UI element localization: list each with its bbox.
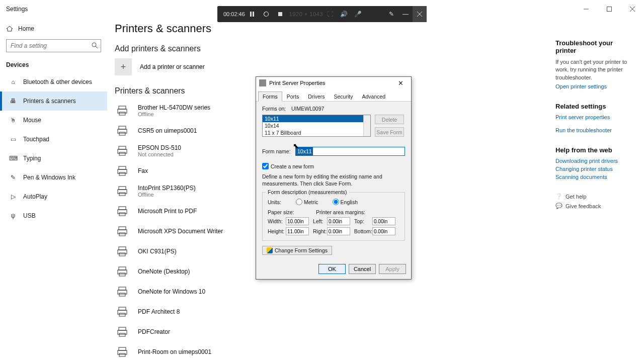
bluetooth-icon: ⌂ [9, 78, 17, 85]
get-help-link[interactable]: ❔ Get help [555, 193, 634, 200]
draw-icon[interactable]: ✎ [384, 6, 398, 22]
add-printer-label: Add a printer or scanner [140, 63, 205, 70]
add-section-header: Add printers & scanners [115, 44, 427, 53]
margins-label: Printer area margins: [316, 209, 365, 215]
svg-rect-23 [119, 172, 125, 175]
tab-security[interactable]: Security [330, 92, 358, 102]
printer-name: Print-Room on uimeps0001 [138, 348, 211, 355]
give-feedback-link[interactable]: 💬 Give feedback [555, 203, 634, 209]
height-input[interactable] [286, 227, 309, 235]
svg-rect-50 [119, 353, 125, 356]
printer-name: CSR5 on uimeps0001 [138, 127, 197, 134]
svg-rect-45 [119, 327, 126, 330]
printer-icon: 🖶 [9, 98, 17, 105]
audio-icon[interactable]: 🔊 [337, 6, 351, 22]
tab-ports[interactable]: Ports [282, 92, 304, 102]
form-name-input[interactable] [295, 147, 405, 156]
svg-rect-38 [119, 273, 125, 276]
printer-icon [115, 184, 130, 199]
mic-icon[interactable]: 🎤 [351, 6, 365, 22]
home-label: Home [18, 25, 34, 32]
shield-icon [267, 247, 273, 253]
apply-button[interactable]: Apply [379, 264, 406, 274]
right-input[interactable] [327, 227, 350, 235]
printer-name: Microsoft XPS Document Writer [138, 228, 223, 235]
home-nav[interactable]: Home [0, 22, 107, 35]
sidebar-item-bluetooth[interactable]: ⌂ Bluetooth & other devices [0, 72, 107, 92]
printer-name: Fax [138, 167, 148, 174]
printer-icon [115, 143, 130, 158]
delete-form-button[interactable]: Delete [375, 115, 404, 124]
forms-on-label: Forms on: [262, 106, 291, 112]
open-printer-settings-link[interactable]: Open printer settings [555, 83, 634, 89]
sidebar-item-printers[interactable]: 🖶 Printers & scanners [0, 92, 107, 111]
svg-rect-41 [119, 293, 125, 296]
sidebar-item-typing[interactable]: ⌨ Typing [0, 149, 107, 168]
form-list-item[interactable]: 11 x 7 Billboard [263, 129, 370, 136]
troubleshoot-header: Troubleshoot your printer [555, 39, 634, 54]
printer-item[interactable]: PDF Architect 8 [115, 302, 427, 322]
web-link-1[interactable]: Downloading print drivers [555, 158, 634, 164]
printer-item[interactable]: PDFCreator [115, 322, 427, 342]
listbox-scrollbar[interactable] [363, 115, 370, 136]
sidebar-item-usb[interactable]: ψ USB [0, 206, 107, 225]
change-form-settings-button[interactable]: Change Form Settings [262, 246, 332, 255]
ok-button[interactable]: OK [318, 264, 346, 274]
svg-rect-35 [119, 253, 125, 256]
width-input[interactable] [286, 217, 309, 225]
printer-name: OneNote (Desktop) [138, 268, 190, 275]
left-input[interactable] [327, 217, 350, 225]
create-new-form-checkbox[interactable] [262, 163, 269, 169]
tab-drivers[interactable]: Drivers [303, 92, 329, 102]
pause-button[interactable] [245, 6, 259, 22]
recorder-close[interactable] [413, 6, 427, 22]
restart-button[interactable] [259, 6, 273, 22]
svg-rect-42 [119, 307, 126, 310]
form-list-item[interactable]: 10x11 [263, 115, 370, 122]
svg-rect-5 [253, 12, 254, 17]
bottom-input[interactable] [372, 227, 395, 235]
sidebar-item-label: AutoPlay [23, 193, 47, 200]
printer-icon [115, 163, 130, 178]
recorder-minimize[interactable]: — [398, 6, 413, 22]
home-icon [6, 25, 13, 32]
units-metric-radio[interactable]: Metric [296, 199, 318, 205]
printer-item[interactable]: Print-Room on uimeps0001 [115, 342, 427, 362]
save-form-button[interactable]: Save Form [375, 127, 404, 137]
form-list-item[interactable]: 10x14 [263, 122, 370, 129]
top-input[interactable] [372, 217, 395, 225]
forms-listbox[interactable]: 10x11 10x14 11 x 7 Billboard 11x17 [262, 115, 371, 137]
add-printer-button[interactable]: + [115, 58, 132, 75]
get-help-label: Get help [566, 194, 587, 200]
printer-name: IntoPrint SP1360(PS) [138, 185, 196, 192]
run-troubleshooter-link[interactable]: Run the troubleshooter [555, 127, 634, 133]
web-link-2[interactable]: Changing printer status [555, 166, 634, 172]
printer-name: PDFCreator [138, 328, 170, 335]
printer-item[interactable]: OneNote for Windows 10 [115, 282, 427, 302]
sidebar-item-mouse[interactable]: 🖱 Mouse [0, 111, 107, 130]
search-input[interactable] [6, 39, 101, 52]
sidebar-item-touchpad[interactable]: ▭ Touchpad [0, 130, 107, 149]
sidebar-item-autoplay[interactable]: ▷ AutoPlay [0, 187, 107, 206]
printer-icon [115, 244, 130, 259]
related-header: Related settings [555, 103, 634, 110]
window-title: Settings [0, 0, 28, 18]
stop-button[interactable] [273, 6, 287, 22]
units-english-radio[interactable]: English [333, 199, 358, 205]
crop-icon[interactable]: ⛶ [323, 6, 337, 22]
tab-advanced[interactable]: Advanced [357, 92, 390, 102]
form-list-item[interactable]: 11x17 [263, 136, 370, 137]
web-link-3[interactable]: Scanning documents [555, 174, 634, 180]
maximize-button[interactable] [598, 0, 621, 18]
window-close-button[interactable] [621, 0, 644, 18]
dialog-close-button[interactable]: ✕ [393, 78, 408, 88]
tab-forms[interactable]: Forms [258, 92, 282, 102]
sidebar-item-pen[interactable]: ✎ Pen & Windows Ink [0, 168, 107, 187]
print-server-props-link[interactable]: Print server properties [555, 114, 634, 120]
sidebar-item-label: Touchpad [23, 136, 49, 143]
minimize-button[interactable] [575, 0, 598, 18]
form-name-label: Form name: [262, 148, 295, 154]
print-server-properties-dialog: Print Server Properties ✕ Forms Ports Dr… [256, 76, 412, 280]
cancel-button[interactable]: Cancel [349, 264, 376, 274]
svg-rect-15 [119, 126, 126, 129]
